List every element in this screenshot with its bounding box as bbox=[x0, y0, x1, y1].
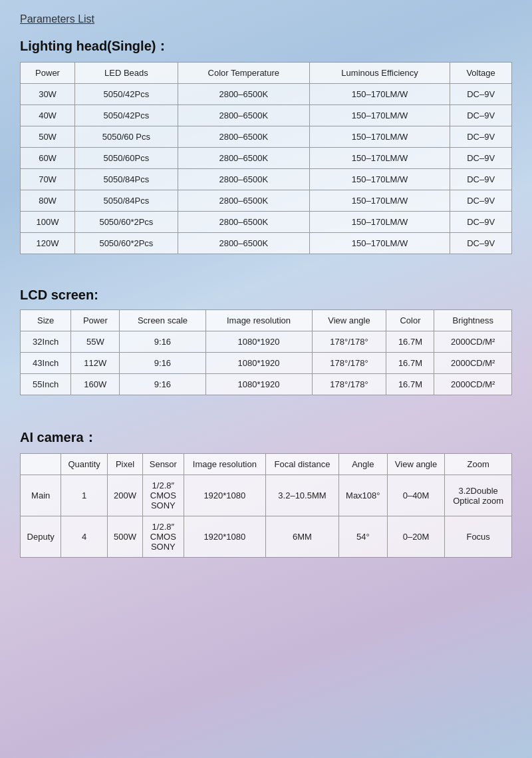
table-row: 50W5050/60 Pcs2800–6500K150–170LM/WDC–9V bbox=[21, 126, 512, 148]
table-row: 120W5050/60*2Pcs2800–6500K150–170LM/WDC–… bbox=[21, 233, 512, 254]
lcd-col-header: Color bbox=[386, 310, 434, 331]
table-row: 60W5050/60Pcs2800–6500K150–170LM/WDC–9V bbox=[21, 148, 512, 169]
lcd-screen-table: SizePowerScreen scaleImage resolutionVie… bbox=[20, 309, 512, 395]
ai-camera-title: AI camera： bbox=[20, 429, 512, 447]
table-cell: Max108° bbox=[338, 475, 387, 516]
table-cell: 150–170LM/W bbox=[309, 233, 450, 254]
ai-col-header: Pixel bbox=[107, 454, 142, 475]
table-row: 40W5050/42Pcs2800–6500K150–170LM/WDC–9V bbox=[21, 105, 512, 126]
lcd-col-header: Screen scale bbox=[120, 310, 205, 331]
lcd-body: 32Inch55W9:161080*1920178°/178°16.7M2000… bbox=[21, 331, 512, 395]
table-row: 55Inch160W9:161080*1920178°/178°16.7M200… bbox=[21, 374, 512, 395]
table-cell: 100W bbox=[21, 212, 75, 233]
ai-col-header: Angle bbox=[338, 454, 387, 475]
table-cell: 9:16 bbox=[120, 353, 205, 374]
table-cell: 30W bbox=[21, 84, 75, 105]
table-cell: 16.7M bbox=[386, 353, 434, 374]
lcd-screen-section: LCD screen: SizePowerScreen scaleImage r… bbox=[20, 287, 512, 395]
ai-col-header bbox=[21, 454, 61, 475]
table-cell: DC–9V bbox=[450, 105, 512, 126]
table-row: 43Inch112W9:161080*1920178°/178°16.7M200… bbox=[21, 353, 512, 374]
table-cell: 50W bbox=[21, 126, 75, 148]
table-cell: DC–9V bbox=[450, 212, 512, 233]
table-cell: 150–170LM/W bbox=[309, 105, 450, 126]
table-cell: 2000CD/M² bbox=[434, 331, 512, 353]
lighting-head-body: 30W5050/42Pcs2800–6500K150–170LM/WDC–9V4… bbox=[21, 84, 512, 254]
table-cell: 55W bbox=[71, 331, 120, 353]
lighting-head-col-header: LED Beads bbox=[75, 63, 178, 84]
table-cell: 60W bbox=[21, 148, 75, 169]
table-row: 80W5050/84Pcs2800–6500K150–170LM/WDC–9V bbox=[21, 190, 512, 212]
table-cell: 150–170LM/W bbox=[309, 126, 450, 148]
lcd-header-row: SizePowerScreen scaleImage resolutionVie… bbox=[21, 310, 512, 331]
ai-header-row: QuantityPixelSensorImage resolutionFocal… bbox=[21, 454, 512, 475]
table-cell: 55Inch bbox=[21, 374, 71, 395]
lcd-col-header: Size bbox=[21, 310, 71, 331]
table-cell: 0–40M bbox=[387, 475, 445, 516]
table-cell: 1080*1920 bbox=[205, 374, 312, 395]
table-cell: 500W bbox=[107, 516, 142, 558]
table-cell: Main bbox=[21, 475, 61, 516]
ai-camera-table: QuantityPixelSensorImage resolutionFocal… bbox=[20, 453, 512, 558]
table-cell: 150–170LM/W bbox=[309, 84, 450, 105]
table-cell: 5050/42Pcs bbox=[75, 84, 178, 105]
table-row: 32Inch55W9:161080*1920178°/178°16.7M2000… bbox=[21, 331, 512, 353]
table-cell: Deputy bbox=[21, 516, 61, 558]
table-cell: 40W bbox=[21, 105, 75, 126]
table-cell: 150–170LM/W bbox=[309, 190, 450, 212]
table-cell: 5050/60 Pcs bbox=[75, 126, 178, 148]
table-cell: 16.7M bbox=[386, 331, 434, 353]
table-cell: 2800–6500K bbox=[178, 169, 309, 190]
lcd-col-header: View angle bbox=[312, 310, 386, 331]
table-row: 100W5050/60*2Pcs2800–6500K150–170LM/WDC–… bbox=[21, 212, 512, 233]
table-cell: 32Inch bbox=[21, 331, 71, 353]
table-cell: 112W bbox=[71, 353, 120, 374]
table-cell: DC–9V bbox=[450, 126, 512, 148]
table-cell: 9:16 bbox=[120, 374, 205, 395]
table-cell: 70W bbox=[21, 169, 75, 190]
lcd-col-header: Image resolution bbox=[205, 310, 312, 331]
table-cell: 1/2.8″ CMOS SONY bbox=[143, 516, 184, 558]
ai-col-header: Sensor bbox=[143, 454, 184, 475]
table-cell: 80W bbox=[21, 190, 75, 212]
table-cell: 5050/84Pcs bbox=[75, 190, 178, 212]
table-cell: 178°/178° bbox=[312, 374, 386, 395]
lcd-screen-title: LCD screen: bbox=[20, 287, 512, 303]
table-cell: 160W bbox=[71, 374, 120, 395]
table-cell: 178°/178° bbox=[312, 331, 386, 353]
table-cell: 1 bbox=[61, 475, 108, 516]
table-cell: Focus bbox=[445, 516, 512, 558]
ai-col-header: Quantity bbox=[61, 454, 108, 475]
ai-col-header: View angle bbox=[387, 454, 445, 475]
lighting-head-col-header: Voltage bbox=[450, 63, 512, 84]
table-cell: 5050/60*2Pcs bbox=[75, 233, 178, 254]
table-cell: 2800–6500K bbox=[178, 190, 309, 212]
lighting-head-col-header: Luminous Efficiency bbox=[309, 63, 450, 84]
table-cell: 5050/84Pcs bbox=[75, 169, 178, 190]
table-cell: 120W bbox=[21, 233, 75, 254]
table-cell: 1080*1920 bbox=[205, 331, 312, 353]
table-row: Main1200W1/2.8″ CMOS SONY1920*10803.2–10… bbox=[21, 475, 512, 516]
table-cell: 150–170LM/W bbox=[309, 169, 450, 190]
table-cell: 9:16 bbox=[120, 331, 205, 353]
table-cell: DC–9V bbox=[450, 148, 512, 169]
table-cell: 2000CD/M² bbox=[434, 353, 512, 374]
table-row: 70W5050/84Pcs2800–6500K150–170LM/WDC–9V bbox=[21, 169, 512, 190]
table-cell: 5050/60*2Pcs bbox=[75, 212, 178, 233]
lighting-head-col-header: Power bbox=[21, 63, 75, 84]
table-cell: 5050/60Pcs bbox=[75, 148, 178, 169]
table-cell: 1/2.8″ CMOS SONY bbox=[143, 475, 184, 516]
table-cell: 1080*1920 bbox=[205, 353, 312, 374]
table-cell: 2800–6500K bbox=[178, 126, 309, 148]
table-row: 30W5050/42Pcs2800–6500K150–170LM/WDC–9V bbox=[21, 84, 512, 105]
table-cell: 2000CD/M² bbox=[434, 374, 512, 395]
lighting-head-section: Lighting head(Single)： PowerLED BeadsCol… bbox=[20, 37, 512, 254]
table-cell: 6MM bbox=[266, 516, 339, 558]
table-cell: 150–170LM/W bbox=[309, 212, 450, 233]
table-cell: 150–170LM/W bbox=[309, 148, 450, 169]
lighting-head-table: PowerLED BeadsColor TemperatureLuminous … bbox=[20, 62, 512, 254]
ai-col-header: Focal distance bbox=[266, 454, 339, 475]
table-cell: DC–9V bbox=[450, 169, 512, 190]
ai-body: Main1200W1/2.8″ CMOS SONY1920*10803.2–10… bbox=[21, 475, 512, 558]
lcd-col-header: Power bbox=[71, 310, 120, 331]
